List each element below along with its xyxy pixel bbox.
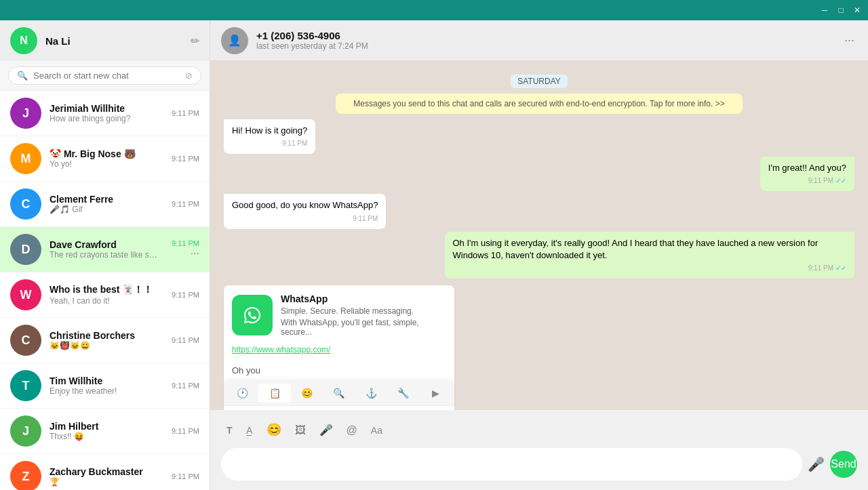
minimize-button[interactable]: ─	[819, 5, 830, 16]
chat-avatar: J	[10, 415, 41, 447]
read-receipt-4: ✓✓	[835, 264, 846, 273]
filter-icon: ⊘	[185, 70, 193, 81]
chat-list: J Jerimiah Willhite How are things going…	[0, 91, 210, 490]
message-row-3: Good good, do you know WhatsApp? 9:11 PM	[224, 194, 854, 228]
message-text-2: I'm great!! And you?	[768, 162, 846, 174]
chat-item-jerimiah[interactable]: J Jerimiah Willhite How are things going…	[0, 91, 210, 136]
chat-item-who[interactable]: W Who is the best 🃏！！ Yeah, I can do it!…	[0, 272, 210, 318]
message-text-1: Hi! How is it going?	[232, 125, 307, 137]
highlight-button[interactable]: A̲	[241, 420, 258, 440]
chat-preview: Yeah, I can do it!	[50, 296, 159, 306]
more-icon[interactable]: ···	[191, 247, 199, 260]
close-button[interactable]: ✕	[852, 5, 863, 16]
chat-item-clement[interactable]: C Clement Ferre 🎤🎵 Gif 9:11 PM	[0, 182, 210, 227]
chat-meta: 9:11 PM	[159, 291, 199, 299]
chat-content: 🤡 Mr. Big Nose 🐻 Yo yo!	[50, 148, 159, 169]
chat-avatar: Z	[10, 461, 41, 490]
message-row-2: I'm great!! And you? 9:11 PM ✓✓	[224, 157, 854, 191]
emoji-tab-symbols[interactable]: 🔧	[387, 384, 419, 403]
chat-item-dave[interactable]: D Dave Crawford The red crayons taste li…	[0, 227, 210, 272]
chat-meta: 9:11 PM	[159, 200, 199, 208]
contact-info: +1 (206) 536-4906 last seen yesterday at…	[256, 30, 842, 51]
edit-icon[interactable]: ✏	[191, 35, 199, 47]
link-preview-card: WhatsApp Simple. Secure. Reliable messag…	[224, 285, 454, 410]
chat-meta: 9:11 PM	[159, 109, 199, 117]
chat-content: Clement Ferre 🎤🎵 Gif	[50, 194, 159, 214]
chat-name: Zachary Buckmaster	[50, 466, 159, 477]
chat-avatar: T	[10, 370, 41, 401]
message-input[interactable]	[232, 457, 791, 471]
chat-item-christine[interactable]: C Christine Borchers 🐱👹🐱😀 9:11 PM	[0, 318, 210, 363]
chat-preview: Yo yo!	[50, 159, 159, 169]
chat-item-jim[interactable]: J Jim Hilbert Thxs!! 😝 9:11 PM	[0, 409, 210, 454]
chat-content: Zachary Buckmaster 🏆	[50, 466, 159, 487]
format-button[interactable]: Aa	[366, 420, 388, 440]
text-format-button[interactable]: T	[221, 420, 238, 440]
chat-meta: 9:11 PM	[159, 427, 199, 435]
emoji-tab-objects[interactable]: ⚓	[355, 384, 387, 403]
chat-name: Dave Crawford	[50, 239, 159, 250]
send-controls: 🎤 Send	[808, 451, 857, 478]
encryption-notice-wrapper[interactable]: Messages you send to this chat and calls…	[224, 94, 854, 114]
chat-time: 9:11 PM	[172, 239, 199, 247]
emoji-tab-smileys[interactable]: 📋	[258, 384, 290, 403]
chat-name: Tim Willhite	[50, 375, 159, 386]
chat-content: Jim Hilbert Thxs!! 😝	[50, 421, 159, 441]
chat-preview: Thxs!! 😝	[50, 432, 159, 441]
mic-button[interactable]: 🎤	[808, 456, 825, 472]
emoji-tab-people[interactable]: 😊	[291, 384, 323, 403]
at-button[interactable]: @	[341, 420, 363, 440]
chat-item-mrbignose[interactable]: M 🤡 Mr. Big Nose 🐻 Yo yo! 9:11 PM	[0, 136, 210, 182]
message-time-4: 9:11 PM ✓✓	[453, 264, 847, 273]
message-row-4: Oh I'm using it everyday, it's really go…	[224, 232, 854, 279]
messages-area: SATURDAY Messages you send to this chat …	[210, 61, 868, 410]
chat-avatar: D	[10, 234, 41, 265]
main-layout: N Na Li ✏ 🔍 ⊘ J Jerimiah Willhite How ar…	[0, 20, 868, 490]
emoji-picker-button[interactable]: 😊	[261, 420, 287, 440]
chat-meta: 9:11 PM	[159, 382, 199, 390]
chat-item-tim[interactable]: T Tim Willhite Enjoy the weather! 9:11 P…	[0, 363, 210, 409]
link-preview-desc2: With WhatsApp, you'll get fast, simple, …	[281, 318, 446, 337]
contact-name: +1 (206) 536-4906	[256, 30, 842, 41]
chat-item-zachary[interactable]: Z Zachary Buckmaster 🏆 9:11 PM	[0, 454, 210, 490]
read-receipt-2: ✓✓	[835, 176, 846, 186]
send-button[interactable]: Send	[830, 451, 857, 478]
svg-point-0	[239, 302, 266, 329]
chat-header: 👤 +1 (206) 536-4906 last seen yesterday …	[210, 20, 868, 61]
contact-avatar: 👤	[221, 27, 248, 54]
emoji-tab-search[interactable]: 🔍	[323, 384, 355, 403]
chat-area: 👤 +1 (206) 536-4906 last seen yesterday …	[210, 20, 868, 490]
message-time-2: 9:11 PM ✓✓	[768, 176, 846, 186]
emoji-tab-recent[interactable]: 🕐	[226, 384, 258, 403]
date-divider: SATURDAY	[224, 75, 854, 87]
message-time-3: 9:11 PM	[232, 214, 378, 224]
chat-content: Jerimiah Willhite How are things going?	[50, 103, 159, 123]
link-preview-title: WhatsApp	[281, 293, 446, 304]
contact-status: last seen yesterday at 7:24 PM	[256, 41, 842, 51]
chat-content: Dave Crawford The red crayons taste like…	[50, 239, 159, 260]
mic-toolbar-button[interactable]: 🎤	[314, 420, 338, 440]
chat-preview: How are things going?	[50, 114, 159, 123]
link-preview-header: WhatsApp Simple. Secure. Reliable messag…	[224, 285, 454, 345]
message-time-1: 9:11 PM	[232, 139, 307, 148]
emoji-grid: 😂 😍 ❤️ 😭 😊 🙏 💕 😘 👌 ✨ 😁 ❤	[224, 406, 454, 410]
chat-content: Tim Willhite Enjoy the weather!	[50, 375, 159, 396]
link-url[interactable]: https://www.whatsapp.com/	[224, 345, 454, 360]
more-options-button[interactable]: ···	[842, 30, 857, 50]
chat-meta: 9:11 PM ···	[159, 239, 199, 260]
emoji-tab-play[interactable]: ▶	[420, 384, 452, 403]
chat-avatar: J	[10, 98, 41, 129]
chat-preview: 🐱👹🐱😀	[50, 341, 159, 350]
message-row-1: Hi! How is it going? 9:11 PM	[224, 119, 854, 154]
message-text-3: Good good, do you know WhatsApp?	[232, 199, 378, 211]
chat-name: Clement Ferre	[50, 194, 159, 205]
chat-content: Christine Borchers 🐱👹🐱😀	[50, 330, 159, 350]
search-bar: 🔍 ⊘	[0, 61, 210, 91]
message-bubble-3: Good good, do you know WhatsApp? 9:11 PM	[224, 194, 386, 228]
image-button[interactable]: 🖼	[290, 420, 311, 440]
current-user-info: Na Li	[45, 35, 191, 47]
search-input[interactable]	[33, 70, 185, 81]
link-preview-text: WhatsApp Simple. Secure. Reliable messag…	[281, 293, 446, 337]
maximize-button[interactable]: □	[835, 5, 846, 16]
current-user-name: Na Li	[45, 35, 191, 47]
